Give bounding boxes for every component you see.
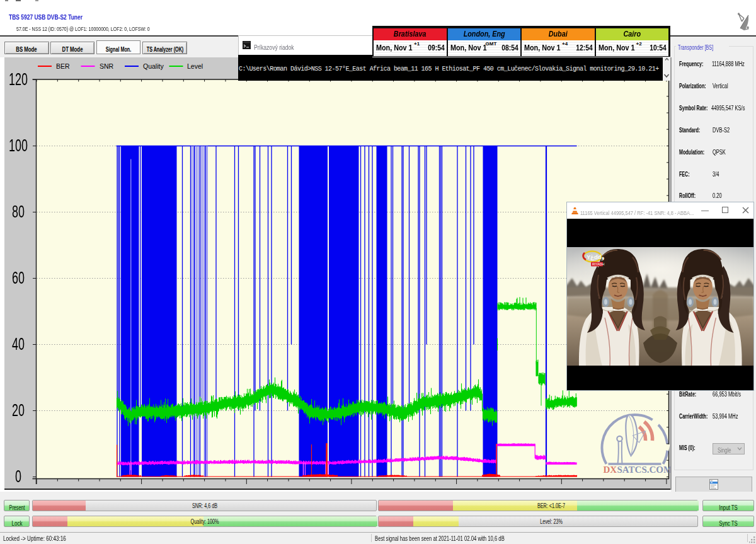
svg-text:DX: DX [603,465,617,475]
svg-text:SATCS.COM: SATCS.COM [617,465,672,475]
svg-text:Yغddو: Yغddو [587,253,605,261]
svg-text:RIYADH: RIYADH [592,262,604,266]
